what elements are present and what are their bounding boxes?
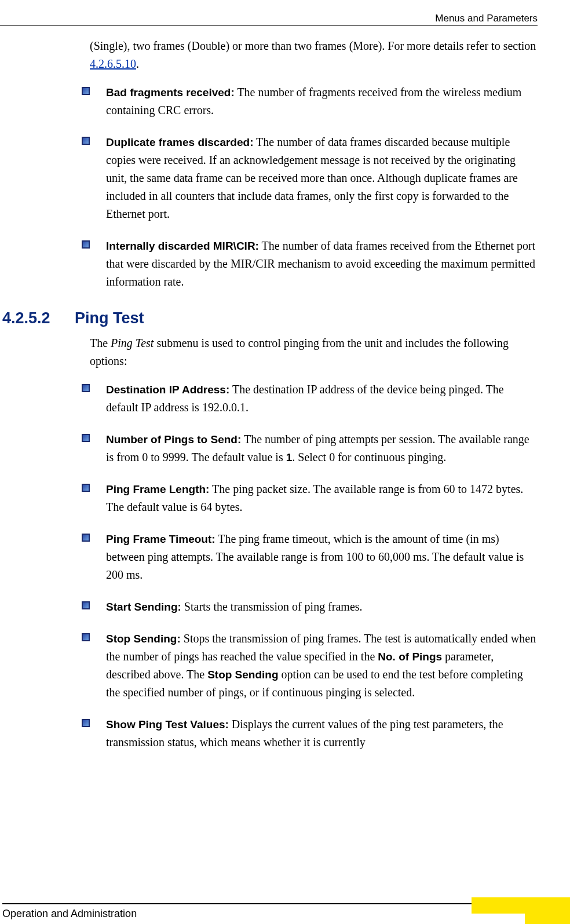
bold-inline: Stop Sending — [207, 669, 278, 681]
term: Show Ping Test Values: — [106, 718, 229, 731]
list-item: Duplicate frames discarded: The number o… — [90, 133, 538, 223]
square-bullet-icon — [82, 719, 90, 727]
term: Stop Sending: — [106, 633, 181, 645]
emphasis: Ping Test — [111, 337, 154, 349]
section-link[interactable]: 4.2.6.5.10 — [90, 57, 136, 70]
term: Destination IP Address: — [106, 384, 229, 396]
section-number: 4.2.5.2 — [0, 309, 75, 327]
definition: Starts the transmission of ping frames. — [181, 600, 363, 613]
list-item: Number of Pings to Send: The number of p… — [90, 430, 538, 466]
footer-rule — [2, 903, 472, 904]
footer-white-block — [472, 914, 525, 924]
text: . — [136, 57, 139, 70]
footer-chapter: Operation and Administration — [2, 908, 137, 920]
ping-intro-paragraph: The Ping Test submenu is used to control… — [90, 334, 538, 370]
text: (Single), two frames (Double) or more th… — [90, 39, 536, 52]
text: The — [90, 337, 111, 349]
term: Start Sending: — [106, 601, 181, 613]
list-item: Internally discarded MIR\CIR: The number… — [90, 237, 538, 291]
list-item: Ping Frame Length: The ping packet size.… — [90, 480, 538, 516]
square-bullet-icon — [82, 484, 90, 492]
bold-inline: No. of Pings — [378, 651, 442, 663]
term: Duplicate frames discarded: — [106, 136, 253, 148]
square-bullet-icon — [82, 384, 90, 392]
square-bullet-icon — [82, 87, 90, 95]
term: Bad fragments received: — [106, 86, 235, 98]
bullet-list-b: Destination IP Address: The destination … — [90, 381, 538, 751]
square-bullet-icon — [82, 601, 90, 609]
page: Menus and Parameters (Single), two frame… — [0, 0, 570, 924]
continuation-paragraph: (Single), two frames (Double) or more th… — [90, 37, 538, 73]
definition: . Select 0 for continuous pinging. — [292, 451, 446, 463]
list-item: Show Ping Test Values: Displays the curr… — [90, 715, 538, 751]
section-title: Ping Test — [75, 309, 144, 327]
term: Ping Frame Timeout: — [106, 533, 215, 545]
running-header: Menus and Parameters — [435, 13, 538, 24]
list-item: Destination IP Address: The destination … — [90, 381, 538, 417]
header-rule — [0, 25, 538, 26]
list-item: Stop Sending: Stops the transmission of … — [90, 630, 538, 702]
list-item: Bad fragments received: The number of fr… — [90, 83, 538, 119]
square-bullet-icon — [82, 434, 90, 442]
section-heading: 4.2.5.2 Ping Test — [0, 309, 538, 327]
square-bullet-icon — [82, 633, 90, 641]
list-item: Ping Frame Timeout: The ping frame timeo… — [90, 530, 538, 584]
term: Internally discarded MIR\CIR: — [106, 240, 259, 252]
bullet-list-a: Bad fragments received: The number of fr… — [90, 83, 538, 291]
term: Ping Frame Length: — [106, 483, 209, 495]
term: Number of Pings to Send: — [106, 433, 241, 445]
list-item: Start Sending: Starts the transmission o… — [90, 598, 538, 616]
square-bullet-icon — [82, 137, 90, 145]
bold-inline: 1 — [286, 451, 293, 463]
main-content: (Single), two frames (Double) or more th… — [90, 37, 538, 765]
square-bullet-icon — [82, 534, 90, 542]
square-bullet-icon — [82, 240, 90, 249]
